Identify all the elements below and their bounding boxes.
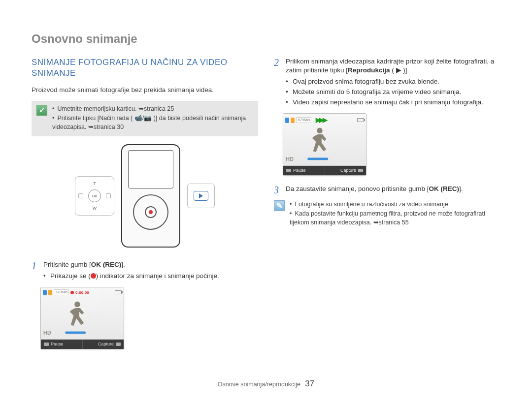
hd-label: HD [43, 329, 51, 337]
capture-softkey-icon [358, 169, 363, 172]
dpad-up-label: T [93, 181, 96, 187]
step2-sublist: Ovaj proizvod snima fotografiju bez zvuk… [286, 77, 500, 107]
prereq-list: Umetnite memorijsku karticu. ➥stranica 2… [52, 105, 253, 133]
capture-label: Capture [98, 341, 114, 347]
time-remaining: 579Min [54, 289, 69, 296]
step1-bullet-a: Prikazuje se ( [50, 272, 91, 280]
camera-rec-dot-icon [149, 210, 153, 214]
step-body: Pritisnite gumb [OK (REC)]. Prikazuje se… [43, 260, 258, 282]
rec-indicator-icon [70, 291, 74, 294]
dpad-left-icon [78, 193, 83, 198]
chapter-title: Osnovno snimanje [32, 31, 500, 47]
sd-icon [285, 118, 289, 123]
step-body: Da zaustavite snimanje, ponovo pritisnit… [286, 185, 500, 195]
step-1: 1 Pritisnite gumb [OK (REC)]. Prikazuje … [32, 260, 258, 282]
manual-page: Osnovno snimanje SNIMANJE FOTOGRAFIJA U … [0, 0, 532, 389]
time-remaining: 579Min [296, 117, 311, 124]
step1-sublist: Prikazuje se () indikator za snimanje i … [43, 272, 258, 281]
camera-body-icon [121, 144, 180, 248]
step-2: 2 Prilikom snimanja videozapisa kadriraj… [274, 57, 500, 108]
prereq-item: Pritisnite tipku [Način rada ( 📹/📷 )] da… [52, 114, 253, 131]
dpad-callout: T W OK [75, 176, 114, 216]
left-column: SNIMANJE FOTOGRAFIJA U NAČINU ZA VIDEO S… [32, 57, 258, 358]
step2-bullet: Video zapisi neprestano se snimaju čak i… [286, 98, 500, 107]
rec-time: 0:00:00 [75, 290, 89, 295]
page-footer: Osnove snimanja/reprodukcije 37 [32, 378, 500, 390]
battery-icon [115, 290, 122, 294]
step-number: 1 [32, 260, 43, 282]
capture-label: Capture [340, 167, 356, 174]
prereq-item: Umetnite memorijsku karticu. ➥stranica 2… [52, 105, 253, 114]
record-dot-icon [91, 273, 96, 279]
step3-a: Da zaustavite snimanje, ponovo pritisnit… [286, 185, 429, 192]
two-column-layout: SNIMANJE FOTOGRAFIJA U NAČINU ZA VIDEO S… [32, 57, 500, 358]
step2-line1b: Reprodukcija [348, 66, 390, 74]
pause-label: Pause [293, 167, 306, 174]
pause-softkey-icon [286, 169, 291, 172]
step-body: Prilikom snimanja videozapisa kadrirajte… [286, 57, 500, 108]
dpad-down-label: W [93, 205, 97, 212]
battery-icon [357, 118, 364, 122]
mode-icon [291, 118, 295, 123]
footnote-list: Fotografije su snimljene u razlučivosti … [290, 200, 500, 228]
info-icon: ✎ [274, 200, 285, 211]
capture-softkey-icon [116, 343, 121, 346]
step2-line1c: ( ▶ )]. [390, 66, 409, 74]
lcd-preview-recording: 579Min 0:00:00 HD Pause Capture [40, 287, 124, 349]
step3-c: ]. [459, 185, 463, 192]
mode-icon [48, 290, 52, 295]
skater-figure-icon [63, 299, 92, 336]
play-button-callout [187, 184, 215, 208]
check-icon: ✓ [36, 105, 47, 116]
step-number: 2 [274, 57, 286, 108]
footnote: ✎ Fotografije su snimljene u razlučivost… [274, 198, 500, 230]
dpad-right-icon [106, 193, 111, 198]
step-3: 3 Da zaustavite snimanje, ponovo pritisn… [274, 185, 500, 195]
dpad-ok-label: OK [88, 189, 101, 202]
hd-label: HD [286, 156, 294, 163]
step1-text-c: ]. [121, 261, 125, 268]
step1-bullet-b: ) indikator za snimanje i snimanje počin… [96, 272, 219, 280]
footnote-item: Fotografije su snimljene u razlučivosti … [290, 200, 500, 209]
intro-text: Proizvod može snimati fotografije bez pr… [32, 86, 258, 95]
step-number: 3 [274, 185, 286, 195]
step1-text-b: OK (REC) [91, 261, 122, 268]
pause-softkey-icon [44, 343, 49, 346]
footnote-item: Kada postavite funkciju pametnog filtra,… [290, 210, 500, 227]
footer-section: Osnove snimanja/reprodukcije [218, 381, 300, 388]
fast-forward-icon: ▶▶▶ [316, 116, 326, 125]
section-title: SNIMANJE FOTOGRAFIJA U NAČINU ZA VIDEO S… [32, 57, 258, 79]
softkey-bar: Pause Capture [283, 166, 366, 175]
status-bar: 579Min 0:00:00 [43, 289, 122, 296]
right-column: 2 Prilikom snimanja videozapisa kadriraj… [274, 57, 500, 358]
step2-bullet: Ovaj proizvod snima fotografiju bez zvuk… [286, 77, 500, 87]
svg-rect-0 [65, 331, 86, 334]
device-illustration: T W OK [32, 144, 258, 248]
skater-figure-icon [305, 125, 334, 162]
step3-b: OK (REC) [429, 185, 459, 192]
step1-text-a: Pritisnite gumb [ [43, 261, 91, 268]
svg-rect-1 [307, 158, 328, 160]
pause-label: Pause [51, 341, 64, 347]
status-bar: 579Min ▶▶▶ [285, 116, 364, 125]
prerequisite-note: ✓ Umetnite memorijsku karticu. ➥stranica… [32, 101, 258, 137]
sd-icon [43, 290, 47, 295]
softkey-bar: Pause Capture [41, 340, 124, 349]
step2-bullet: Možete snimiti do 5 fotografija za vrije… [286, 88, 500, 97]
step1-bullet: Prikazuje se () indikator za snimanje i … [43, 272, 258, 281]
lcd-preview-capture: 579Min ▶▶▶ HD Pause Capture [283, 113, 366, 176]
page-number: 37 [305, 379, 314, 388]
play-button-icon [194, 191, 208, 201]
